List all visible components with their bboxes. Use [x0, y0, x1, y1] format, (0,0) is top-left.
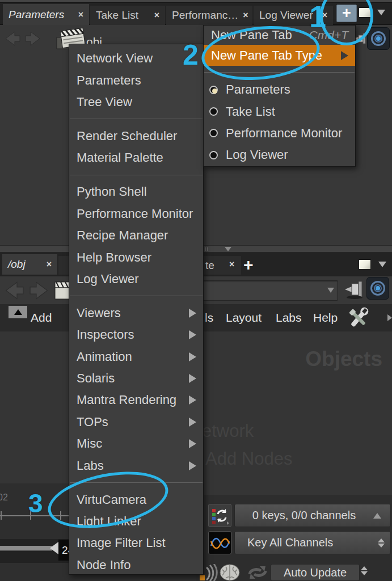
menu-item-mantra-rendering[interactable]: Mantra Rendering — [69, 389, 203, 411]
menu-item-virtucamera[interactable]: VirtuCamera — [69, 489, 203, 510]
close-icon[interactable]: × — [322, 10, 327, 20]
channels-waves-icon — [210, 534, 230, 551]
menu-item-log-viewer[interactable]: Log Viewer — [69, 268, 203, 290]
menubar-item-add[interactable]: Add — [31, 304, 52, 331]
menu-radio-performance-monitor[interactable]: Performance Monitor — [204, 123, 355, 144]
menu-item-animation[interactable]: Animation — [69, 346, 203, 367]
menu-item-node-info[interactable]: Node Info — [69, 554, 203, 576]
menu-item-new-pane-tab[interactable]: New Pane Tab Cmd+T — [204, 26, 355, 45]
playbar-handle-icon[interactable] — [50, 542, 58, 554]
close-icon[interactable]: × — [78, 10, 83, 20]
menu-item-performance-monitor[interactable]: Performance Monitor — [69, 203, 203, 225]
pane-tab-bar-top: Parameters × Take List × Performanc… × L… — [0, 3, 392, 25]
combo-chevron-down-icon — [327, 288, 334, 293]
pane-layout-icon[interactable] — [359, 7, 371, 18]
menu-item-labs[interactable]: Labs — [69, 454, 203, 476]
menu-item-help-browser[interactable]: Help Browser — [69, 246, 203, 268]
menu-item-network-view[interactable]: Network View — [69, 48, 203, 69]
collapse-up-icon — [373, 513, 381, 519]
close-icon[interactable]: × — [47, 259, 52, 270]
spinner-up-down-icon — [378, 538, 385, 548]
tab-label: /obj — [8, 258, 26, 271]
ruler-tick — [1, 511, 2, 520]
menu-item-solaris[interactable]: Solaris — [69, 368, 203, 389]
keyframe-sync-icon — [211, 507, 229, 525]
tab-take-list[interactable]: Take List × — [90, 6, 165, 25]
tab-label: Parameters — [9, 9, 64, 21]
frame-number-label: 02 — [0, 492, 8, 503]
menu-item-label: Labs — [77, 458, 104, 473]
tab-performance-monitor[interactable]: Performanc… × — [166, 6, 252, 25]
pane-menu-chevron-down-icon[interactable] — [377, 10, 385, 15]
history-back-forward-icons[interactable] — [5, 31, 41, 47]
tab-obj[interactable]: /obj × — [2, 254, 57, 275]
menu-item-recipe-manager[interactable]: Recipe Manager — [69, 225, 203, 246]
link-radial-icon[interactable] — [367, 27, 390, 50]
spinner-up-down-icon[interactable] — [361, 566, 368, 575]
keys-summary-button[interactable]: 0 keys, 0/0 channels — [234, 504, 391, 527]
menu-item-image-filter-list[interactable]: Image Filter List — [69, 532, 203, 554]
pane-layout-icon[interactable] — [359, 259, 371, 270]
menu-separator — [69, 290, 203, 302]
menubar-item-tools-partial[interactable]: ls — [205, 304, 213, 331]
menu-item-light-linker[interactable]: Light Linker — [69, 511, 203, 532]
link-radial-icon[interactable] — [366, 277, 389, 300]
keyframe-sync-button[interactable] — [208, 504, 231, 527]
new-pane-tab-button[interactable]: + — [336, 5, 357, 22]
brain-icon[interactable] — [219, 563, 241, 581]
menu-radio-parameters[interactable]: Parameters — [204, 79, 355, 100]
menu-item-label: Viewers — [77, 306, 121, 321]
menubar-item-layout[interactable]: Layout — [226, 304, 262, 331]
history-back-forward-icons[interactable] — [5, 281, 49, 300]
menu-item-label: Tree View — [77, 95, 132, 110]
menu-item-misc[interactable]: Misc — [69, 433, 203, 454]
close-icon[interactable]: × — [229, 259, 234, 270]
new-pane-tab-button[interactable]: + — [243, 256, 254, 273]
menubar-item-labs[interactable]: Labs — [276, 304, 302, 331]
menu-item-label: Node Info — [77, 558, 130, 572]
close-icon[interactable]: × — [243, 10, 248, 20]
playbar-slider-bar[interactable] — [0, 546, 52, 551]
submenu-arrow-icon — [189, 309, 196, 318]
menu-item-viewers[interactable]: Viewers — [69, 302, 203, 324]
menu-item-label: Mantra Rendering — [77, 393, 176, 407]
update-mode-button[interactable]: Auto Update — [271, 564, 360, 581]
pin-icon[interactable] — [344, 280, 365, 299]
houdini-window: Parameters × Take List × Performanc… × L… — [0, 0, 392, 581]
tools-wrench-icon[interactable] — [345, 306, 372, 330]
tab-parameters[interactable]: Parameters × — [3, 4, 89, 25]
menu-item-tops[interactable]: TOPs — [69, 411, 203, 433]
scroll-up-button[interactable] — [9, 306, 27, 318]
menu-item-label: Material Palette — [77, 150, 163, 165]
submenu-arrow-icon — [189, 352, 196, 361]
key-mode-button[interactable]: Key All Channels — [234, 531, 391, 554]
refresh-arrows-icon[interactable] — [246, 564, 269, 581]
triangle-up-icon — [14, 309, 22, 315]
menu-item-python-shell[interactable]: Python Shell — [69, 181, 203, 203]
close-icon[interactable]: × — [154, 10, 159, 20]
menubar-overflow-chevron-icon[interactable] — [387, 314, 392, 321]
menu-item-material-palette[interactable]: Material Palette — [69, 147, 203, 169]
menu-item-label: Python Shell — [77, 184, 147, 199]
menu-item-label: Parameters — [226, 82, 290, 97]
menu-item-new-pane-tab-type[interactable]: New Pane Tab Type — [204, 45, 355, 66]
radio-selected-icon — [209, 86, 218, 94]
menu-separator — [69, 477, 203, 489]
menu-item-label: Misc — [77, 436, 102, 451]
menu-separator — [204, 66, 355, 79]
menu-item-label: Animation — [77, 350, 132, 364]
menu-separator — [69, 113, 203, 125]
menu-radio-take-list[interactable]: Take List — [204, 100, 355, 122]
menu-item-render-scheduler[interactable]: Render Scheduler — [69, 125, 203, 147]
menu-item-inspectors[interactable]: Inspectors — [69, 324, 203, 346]
submenu-arrow-icon — [189, 461, 196, 470]
menu-item-parameters[interactable]: Parameters — [69, 69, 203, 91]
menu-item-tree-view[interactable]: Tree View — [69, 91, 203, 113]
pane-menu-chevron-down-icon[interactable] — [378, 262, 386, 267]
channel-editor-button[interactable] — [208, 531, 231, 554]
menu-radio-log-viewer[interactable]: Log Viewer — [204, 144, 355, 166]
tab-label: Take List — [96, 9, 138, 22]
tab-log-viewer[interactable]: Log Viewer × — [254, 6, 333, 25]
menubar-item-help[interactable]: Help — [313, 304, 338, 331]
scrollbar-chevron-down-icon[interactable] — [225, 247, 231, 251]
